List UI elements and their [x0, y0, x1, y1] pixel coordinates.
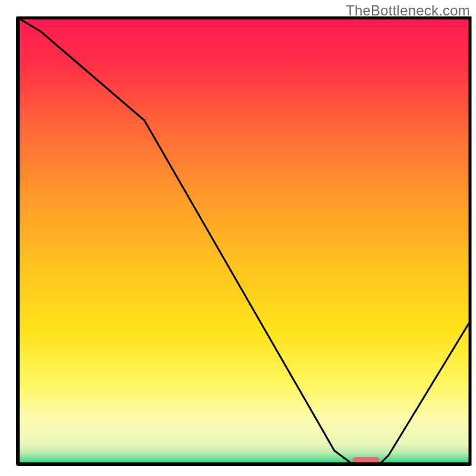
bottleneck-chart — [0, 0, 476, 476]
gradient-background — [18, 18, 470, 464]
watermark-text: TheBottleneck.com — [346, 2, 470, 19]
chart-container: TheBottleneck.com — [0, 0, 476, 476]
